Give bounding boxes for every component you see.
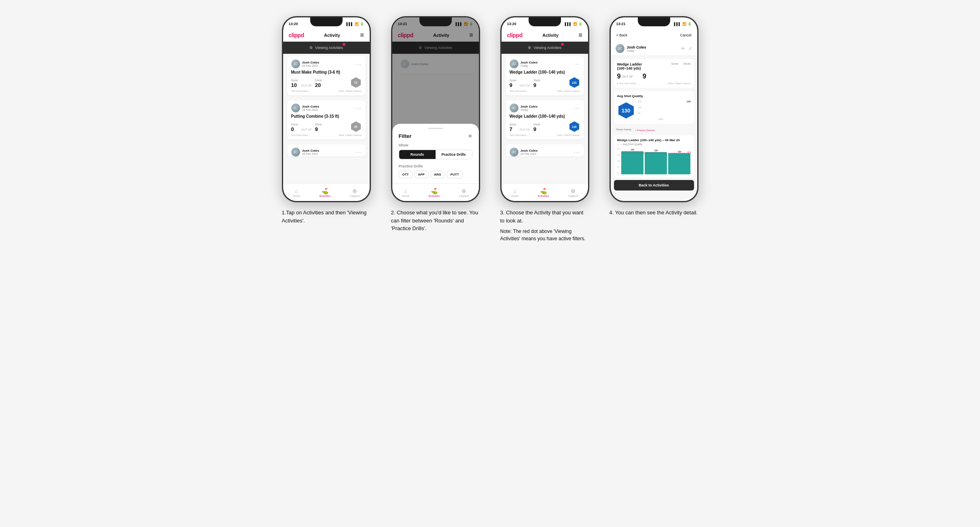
activity-card-1-3[interactable]: JC Josh Coles 28 Feb 2023 ···	[287, 144, 366, 157]
edit-icon-4[interactable]: ✏	[681, 46, 685, 51]
detail-stats-row-4: 9 OUT OF 9	[617, 73, 691, 80]
y5: 140	[617, 148, 620, 150]
card-menu-3-1[interactable]: ···	[574, 61, 580, 67]
rounds-toggle-2[interactable]: Rounds	[399, 150, 436, 159]
out-of-1-1: OUT OF	[301, 84, 311, 87]
activity-card-1-1[interactable]: JC Josh Coles 28 Feb 2023 ··· Must Make …	[287, 56, 366, 95]
info-icon-4: ℹ	[617, 82, 618, 85]
filter-bar-3[interactable]: ⚙ Viewing Activities	[502, 42, 588, 54]
avatar-1-3: JC	[291, 148, 300, 157]
back-to-activities-button-4[interactable]: Back to Activities	[614, 180, 694, 190]
modal-handle-2	[428, 128, 443, 129]
card-menu-1-3[interactable]: ···	[356, 149, 362, 155]
y-label-50: 50	[638, 112, 641, 114]
detail-user-text-4: Josh Coles Today	[627, 45, 646, 52]
home-icon-2: ⌂	[404, 188, 407, 194]
dashed-val-4: 124	[687, 151, 690, 153]
wifi-icon-1: 📶	[355, 22, 359, 26]
chip-app-2[interactable]: APP	[415, 171, 428, 178]
activity-card-1-2[interactable]: JC Josh Coles 28 Feb 2023 ··· Putting Co…	[287, 100, 366, 140]
detail-user-name-4: Josh Coles	[627, 45, 646, 49]
phone-2: 13:21 ▌▌▌ 📶 🔋 clippd Activity ≡ ⚙ Vi	[391, 16, 480, 202]
status-time-1: 13:20	[289, 22, 298, 26]
detail-score-4: 9	[617, 73, 621, 80]
activities-icon-3: ⛳	[540, 188, 547, 194]
menu-icon-3[interactable]: ≡	[578, 32, 582, 39]
phone-1: 13:20 ▌▌▌ 📶 🔋 clippd Activity ≡ ⚙ Vi	[282, 16, 371, 202]
home-icon-1: ⌂	[294, 188, 298, 194]
bottom-nav-1: ⌂ Home ⛳ Activities ⊕ Capture	[283, 183, 370, 201]
user-name-1-1: Josh Coles	[302, 61, 320, 64]
menu-icon-1[interactable]: ≡	[360, 32, 364, 39]
card-menu-3-3[interactable]: ···	[574, 149, 580, 155]
detail-actions-4: ✏ ⤢	[681, 46, 692, 51]
activity-card-3-1[interactable]: JC Josh Coles Today ··· Wedge Ladder (10…	[506, 56, 584, 95]
stat-labels-4: Score Shots	[671, 62, 690, 65]
detail-info-row-4: ℹ Test Information Data: Clippd Capture	[617, 82, 691, 85]
card-header-1-1: JC Josh Coles 28 Feb 2023 ···	[291, 59, 362, 68]
shot-quality-1-2: 45	[350, 121, 362, 132]
nav-home-3[interactable]: ⌂ Home	[511, 188, 519, 197]
data-source-3-1: Data: Clippd Capture	[557, 90, 580, 92]
user-text-1-1: Josh Coles 28 Feb 2023	[302, 61, 320, 67]
nav-activities-1[interactable]: ⛳ Activities	[320, 188, 331, 197]
card-footer-3-1: Test Information Data: Clippd Capture	[510, 90, 580, 92]
activity-card-3-2[interactable]: JC Josh Coles Today ··· Wedge Ladder (10…	[506, 100, 584, 140]
caption-3: 3. Choose the Activity that you want to …	[500, 209, 589, 242]
nav-capture-2[interactable]: ⊕ Capture	[459, 188, 469, 197]
red-dot-3	[561, 43, 564, 46]
shots-value-1-1: 20	[315, 82, 322, 88]
detail-out-of-4: OUT OF	[622, 75, 633, 78]
filter-bar-1[interactable]: ⚙ Viewing Activities	[283, 42, 370, 54]
activities-label-1: Activities	[320, 195, 331, 197]
nav-capture-3[interactable]: ⊕ Capture	[568, 188, 578, 197]
user-date-3-1: Today	[521, 64, 538, 67]
activity-card-3-3[interactable]: JC Josh Coles 28 Feb 2023 ···	[506, 144, 584, 157]
modal-header-2: Filter ✕	[399, 133, 472, 139]
card-menu-1-1[interactable]: ···	[356, 61, 362, 67]
cancel-button-4[interactable]: Cancel	[680, 33, 691, 37]
bar-col-1-4: 132	[621, 148, 643, 174]
back-button-4[interactable]: < Back	[616, 33, 628, 37]
card-menu-3-2[interactable]: ···	[574, 105, 580, 111]
practice-session-badge-4: Player Activity	[614, 127, 634, 132]
score-value-1-2: 0	[291, 126, 298, 132]
y1: 60	[617, 172, 620, 174]
card-header-3-1: JC Josh Coles Today ···	[510, 59, 580, 68]
chart-subtitle-arrows-4: →→	[617, 143, 622, 146]
nav-home-1[interactable]: ⌂ Home	[292, 188, 300, 197]
session-type-4: • Practice Session	[635, 129, 655, 131]
shots-value-3-1: 9	[533, 82, 540, 88]
bottom-nav-2: ⌂ Home ⛳ Activities ⊕ Capture	[392, 183, 479, 201]
score-stat-3-1: Score 9	[510, 79, 516, 88]
nav-home-2[interactable]: ⌂ Home	[402, 188, 409, 197]
stats-row-1-2: Score 0 OUT OF Shots 9 45	[291, 121, 362, 132]
out-of-3-1: OUT OF	[519, 84, 530, 87]
modal-close-2[interactable]: ✕	[468, 133, 472, 139]
nav-capture-1[interactable]: ⊕ Capture	[350, 188, 360, 197]
activities-label-2: Activities	[429, 195, 440, 197]
phone-col-4: 13:21 ▌▌▌ 📶 🔋 < Back Cancel	[605, 16, 703, 217]
y2: 80	[617, 166, 620, 168]
score-label-1-2: Score	[291, 123, 298, 126]
nav-bar-1: clippd Activity ≡	[283, 29, 370, 42]
data-source-1-2: Data: Clippd Capture	[339, 134, 361, 136]
practice-drills-toggle-2[interactable]: Practice Drills	[436, 150, 472, 159]
activities-icon-1: ⛳	[322, 188, 328, 194]
nav-activities-3[interactable]: ⛳ Activities	[538, 188, 549, 197]
detail-content-4: Wedge Ladder (100–140 yds) Score Shots 9…	[611, 56, 697, 201]
chip-ott-2[interactable]: OTT	[399, 171, 413, 178]
main-stat-card-4: Wedge Ladder (100–140 yds) Score Shots 9…	[614, 59, 694, 88]
card-menu-1-2[interactable]: ···	[356, 105, 362, 111]
activity-title-1-1: Must Make Putting (3-6 ft)	[291, 70, 362, 74]
nav-activities-2[interactable]: ⛳ Activities	[429, 188, 440, 197]
chip-putt-2[interactable]: PUTT	[447, 171, 463, 178]
out-of-1-2: OUT OF	[301, 128, 311, 131]
expand-icon-4[interactable]: ⤢	[688, 46, 692, 51]
detail-user-bar-4: JC Josh Coles Today ✏ ⤢	[611, 42, 697, 56]
bottom-nav-3: ⌂ Home ⛳ Activities ⊕ Capture	[502, 183, 588, 201]
caption-note-3: Note: The red dot above 'Viewing Activit…	[500, 228, 589, 242]
chip-arg-2[interactable]: ARG	[430, 171, 445, 178]
user-name-3-1: Josh Coles	[521, 61, 538, 64]
shots-label-3-2: Shots	[533, 123, 540, 126]
